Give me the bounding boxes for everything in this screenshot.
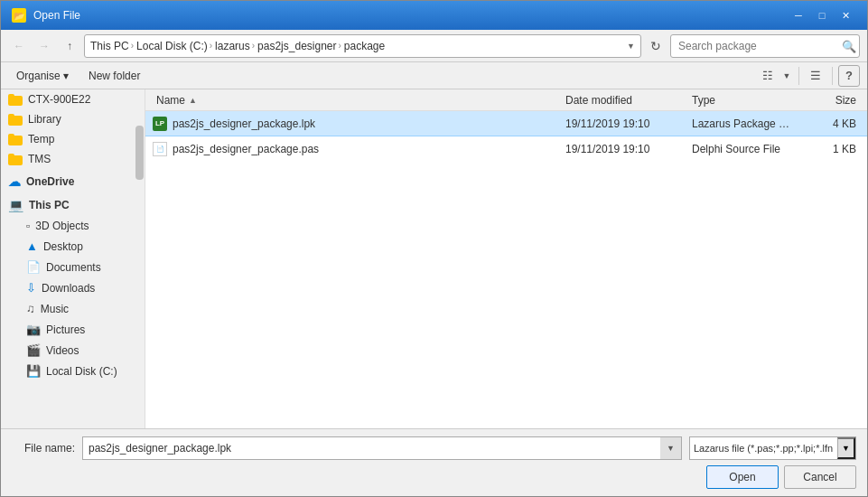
- view-dropdown-button[interactable]: ▼: [780, 65, 793, 87]
- file-date-cell: 19/11/2019 19:10: [562, 143, 688, 155]
- actions-toolbar: Organise ▾ New folder ☷ ▼ ☰ ?: [1, 62, 867, 89]
- breadcrumb-disk[interactable]: Local Disk (C:) ›: [136, 40, 212, 52]
- sidebar-thispc[interactable]: 💻 This PC: [1, 192, 145, 216]
- filename-row: File name: ▼ Lazarus file (*.pas;*.pp;*.…: [12, 436, 856, 460]
- filename-input[interactable]: [82, 436, 682, 460]
- filetype-value: Lazarus file (*.pas;*.pp;*.lpi;*.lfn: [694, 443, 852, 454]
- folder-icon: [8, 154, 23, 165]
- action-row: Open Cancel: [12, 465, 856, 489]
- maximize-button[interactable]: □: [811, 6, 833, 24]
- file-list: LP pas2js_designer_package.lpk 19/11/201…: [145, 111, 867, 428]
- breadcrumb-dropdown-arrow[interactable]: ▼: [627, 42, 635, 51]
- file-name-cell: 📄 pas2js_designer_package.pas: [153, 142, 562, 156]
- breadcrumb[interactable]: This PC › Local Disk (C:) › lazarus › pa…: [84, 34, 641, 58]
- filetype-select[interactable]: Lazarus file (*.pas;*.pp;*.lpi;*.lfn ▼: [689, 436, 856, 460]
- new-folder-button[interactable]: New folder: [80, 67, 148, 85]
- sidebar-item-library[interactable]: Library: [1, 109, 145, 129]
- dialog-icon: 📂: [12, 8, 26, 23]
- forward-button[interactable]: →: [33, 35, 55, 57]
- sidebar-pictures[interactable]: 📷 Pictures: [1, 319, 145, 340]
- sidebar-item-ctx[interactable]: CTX-900E22: [1, 89, 145, 109]
- open-file-dialog: 📂 Open File ─ □ ✕ ← → ↑ This PC › Local …: [0, 0, 868, 497]
- music-icon: ♫: [26, 302, 35, 315]
- videos-icon: 🎬: [26, 343, 41, 357]
- sidebar-videos[interactable]: 🎬 Videos: [1, 340, 145, 361]
- col-type-header[interactable]: Type: [688, 94, 797, 107]
- file-size-cell: 1 KB: [797, 143, 860, 155]
- file-date-cell: 19/11/2019 19:10: [562, 117, 688, 130]
- pc-icon: 💻: [8, 198, 23, 212]
- drive-icon: 💾: [26, 364, 41, 378]
- refresh-button[interactable]: ↻: [645, 35, 667, 57]
- col-name-header[interactable]: Name ▲: [153, 94, 562, 107]
- folder-icon: [8, 134, 23, 145]
- nav-toolbar: ← → ↑ This PC › Local Disk (C:) › lazaru…: [1, 30, 867, 62]
- title-bar: 📂 Open File ─ □ ✕: [1, 1, 867, 30]
- pane-button[interactable]: ☰: [805, 65, 826, 87]
- title-controls: ─ □ ✕: [788, 6, 856, 24]
- col-date-header[interactable]: Date modified: [562, 94, 688, 107]
- back-button[interactable]: ←: [8, 35, 30, 57]
- main-content: CTX-900E22 Library Temp TMS ☁ OneDrive 💻: [1, 89, 867, 428]
- minimize-button[interactable]: ─: [788, 6, 809, 24]
- filename-label: File name:: [12, 442, 75, 455]
- title-bar-left: 📂 Open File: [12, 8, 80, 23]
- bottom-bar: File name: ▼ Lazarus file (*.pas;*.pp;*.…: [1, 428, 867, 496]
- up-button[interactable]: ↑: [59, 35, 80, 57]
- sidebar-music[interactable]: ♫ Music: [1, 298, 145, 319]
- lpk-icon: LP: [153, 117, 167, 131]
- file-type-cell: Lazarus Package F...: [688, 117, 797, 130]
- sidebar-3dobjects[interactable]: ▫ 3D Objects: [1, 216, 145, 236]
- toolbar-divider2: [832, 67, 833, 85]
- folder-icon: [8, 114, 23, 126]
- sidebar-desktop[interactable]: ▲ Desktop: [1, 236, 145, 257]
- breadcrumb-thispc[interactable]: This PC ›: [90, 40, 134, 52]
- sidebar-scroll-thumb[interactable]: [135, 126, 144, 180]
- breadcrumb-designer[interactable]: pas2js_designer ›: [257, 40, 341, 52]
- table-row[interactable]: LP pas2js_designer_package.lpk 19/11/201…: [145, 111, 867, 136]
- sidebar-scrollbar[interactable]: [134, 89, 145, 428]
- folder-icon: [8, 94, 23, 106]
- cancel-button[interactable]: Cancel: [784, 465, 856, 489]
- toolbar-divider: [798, 67, 799, 85]
- filetype-dropdown-button[interactable]: ▼: [837, 437, 855, 459]
- file-header: Name ▲ Date modified Type Size: [145, 89, 867, 111]
- desktop-icon: ▲: [26, 239, 38, 253]
- search-icon-button[interactable]: 🔍: [842, 39, 856, 52]
- sidebar-item-temp[interactable]: Temp: [1, 129, 145, 149]
- file-type-cell: Delphi Source File: [688, 143, 797, 155]
- open-button[interactable]: Open: [706, 465, 779, 489]
- pas-icon: 📄: [153, 142, 167, 156]
- help-button[interactable]: ?: [838, 65, 860, 87]
- sort-arrow: ▲: [189, 96, 197, 105]
- close-button[interactable]: ✕: [835, 6, 856, 24]
- file-area: Name ▲ Date modified Type Size LP pas2js…: [145, 89, 867, 428]
- downloads-icon: ⇩: [26, 281, 36, 295]
- view-buttons: ☷ ▼: [757, 65, 793, 87]
- sidebar-onedrive[interactable]: ☁ OneDrive: [1, 169, 145, 192]
- col-size-header[interactable]: Size: [797, 94, 860, 107]
- dialog-title: Open File: [33, 9, 80, 22]
- pictures-icon: 📷: [26, 323, 41, 336]
- sidebar: CTX-900E22 Library Temp TMS ☁ OneDrive 💻: [1, 89, 145, 428]
- documents-icon: 📄: [26, 260, 41, 274]
- sidebar-localdisk[interactable]: 💾 Local Disk (C:): [1, 361, 145, 381]
- filename-input-wrapper: ▼: [82, 436, 682, 460]
- organise-button[interactable]: Organise ▾: [8, 67, 77, 85]
- table-row[interactable]: 📄 pas2js_designer_package.pas 19/11/2019…: [145, 136, 867, 162]
- sidebar-downloads[interactable]: ⇩ Downloads: [1, 277, 145, 298]
- sidebar-item-tms[interactable]: TMS: [1, 149, 145, 169]
- view-toggle-button[interactable]: ☷: [757, 65, 779, 87]
- breadcrumb-package[interactable]: package: [344, 40, 385, 52]
- search-input[interactable]: [670, 34, 860, 58]
- file-size-cell: 4 KB: [797, 117, 860, 130]
- filename-dropdown-button[interactable]: ▼: [660, 436, 682, 460]
- sidebar-documents[interactable]: 📄 Documents: [1, 257, 145, 277]
- search-wrapper: 🔍: [670, 34, 860, 58]
- file-name-cell: LP pas2js_designer_package.lpk: [153, 117, 562, 131]
- 3dobjects-icon: ▫: [26, 220, 30, 232]
- breadcrumb-lazarus[interactable]: lazarus ›: [215, 40, 255, 52]
- onedrive-icon: ☁: [8, 174, 21, 189]
